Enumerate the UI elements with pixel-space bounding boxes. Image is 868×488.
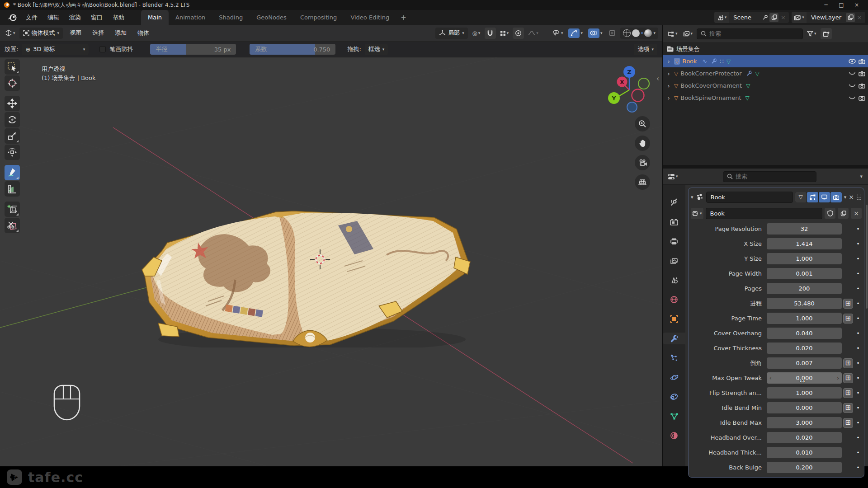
expand-icon[interactable]: ›	[665, 70, 672, 77]
snap-toggle[interactable]	[485, 28, 496, 39]
modifier-drag-handle[interactable]	[856, 193, 862, 201]
outliner-row-collection[interactable]: 场景集合	[663, 43, 868, 55]
outliner-row-bookspineornament[interactable]: › ▽ BookSpineOrnament ▽	[663, 92, 868, 104]
select-box-tool[interactable]	[5, 59, 20, 75]
visibility-eye-closed-icon[interactable]	[849, 83, 856, 89]
measure-tool[interactable]	[5, 181, 20, 197]
options-dropdown[interactable]: 选项 ▾	[634, 44, 657, 55]
tab-world[interactable]	[663, 294, 685, 305]
gizmo-neg-x-axis[interactable]	[632, 89, 644, 102]
keyframe-decorator-icon[interactable]: ⊞	[843, 299, 853, 309]
animate-decorator-icon[interactable]: •	[854, 375, 862, 381]
gizmo-neg-y-axis[interactable]	[638, 78, 649, 89]
outliner-filter-dropdown[interactable]: ▾	[806, 28, 818, 39]
new-scene-copy-icon[interactable]	[769, 13, 778, 22]
shading-wireframe-button[interactable]	[623, 29, 631, 37]
node-group-browse-button[interactable]: ▾	[691, 208, 703, 219]
fake-user-shield-icon[interactable]	[825, 208, 835, 219]
perspective-ortho-button[interactable]	[635, 174, 650, 190]
object-name[interactable]: BookCoverOrnament	[680, 82, 742, 89]
property-value-field[interactable]: 53.480	[767, 298, 842, 309]
tab-shading[interactable]: Shading	[212, 10, 250, 25]
visibility-eye-icon[interactable]	[849, 58, 856, 65]
outliner-display-mode[interactable]: ▾	[666, 28, 679, 39]
proportional-falloff-selector[interactable]: ▾	[527, 28, 540, 39]
scene-browse-button[interactable]: ▾	[714, 12, 729, 23]
property-value-field-hovered[interactable]: ‹ 0.000 › ↔	[767, 372, 842, 384]
stabilize-stroke-checkbox[interactable]	[99, 46, 106, 52]
property-value-field[interactable]: 0.040	[767, 328, 842, 339]
render-camera-icon[interactable]	[858, 95, 865, 101]
properties-search[interactable]	[723, 171, 816, 182]
snap-target-selector[interactable]: ▾	[499, 28, 510, 39]
increment-arrow-icon[interactable]: ›	[837, 375, 839, 381]
menu-render[interactable]: 渲染	[64, 10, 86, 25]
camera-view-button[interactable]	[635, 155, 650, 170]
add-workspace-button[interactable]: +	[396, 10, 411, 25]
animate-decorator-icon[interactable]: •	[854, 420, 862, 426]
new-viewlayer-copy-icon[interactable]	[846, 13, 855, 22]
menu-help[interactable]: 帮助	[108, 10, 129, 25]
modifier-extras-icon[interactable]: ▾	[844, 195, 847, 200]
xray-toggle[interactable]	[606, 28, 618, 39]
shading-solid-button[interactable]	[632, 29, 640, 37]
property-value-field[interactable]: 1.414	[767, 238, 842, 249]
maximize-icon[interactable]: □	[834, 2, 849, 8]
display-cage-toggle[interactable]	[807, 192, 818, 202]
tab-modifiers[interactable]	[663, 333, 685, 344]
outliner-row-bookcornerprotector[interactable]: › ▽ BookCornerProtector ▽	[663, 67, 868, 80]
cursor-target-dropdown[interactable]: ⊕ 3D 游标 ▾	[22, 44, 89, 55]
transform-orientation-selector[interactable]: 局部 ▾	[435, 28, 468, 39]
transform-tool[interactable]	[5, 145, 20, 160]
tab-animation[interactable]: Animation	[169, 10, 212, 25]
proportional-editing-toggle[interactable]	[513, 28, 524, 39]
mode-selector[interactable]: 物体模式 ▾	[19, 28, 63, 39]
property-value-field[interactable]: 0.200	[767, 462, 842, 473]
tab-viewlayer[interactable]	[663, 255, 685, 267]
unlink-node-group-icon[interactable]: ×	[851, 208, 862, 219]
tab-object[interactable]	[663, 313, 685, 325]
display-realtime-toggle[interactable]	[819, 192, 830, 202]
visibility-eye-closed-icon[interactable]	[849, 95, 856, 101]
viewlayer-name[interactable]: ViewLayer	[807, 14, 846, 21]
property-value-field[interactable]: 0.001	[767, 268, 842, 279]
properties-search-input[interactable]	[736, 173, 812, 180]
visibility-dropdown[interactable]: ▾	[551, 28, 565, 39]
render-camera-icon[interactable]	[858, 70, 865, 77]
animate-decorator-icon[interactable]: •	[854, 345, 862, 352]
cut-tool[interactable]	[5, 218, 20, 233]
book-model[interactable]	[140, 207, 475, 347]
modifier-close-icon[interactable]: ×	[849, 193, 854, 201]
render-camera-icon[interactable]	[858, 58, 865, 65]
shading-material-button[interactable]	[641, 32, 643, 34]
outliner-row-book[interactable]: › ▽ Book ∿ ∷ ▽	[663, 55, 868, 67]
keyframe-decorator-icon[interactable]: ⊞	[843, 388, 853, 398]
panel-expand-icon[interactable]: ▾	[691, 195, 693, 200]
tab-geonodes[interactable]: GeoNodes	[250, 10, 293, 25]
panel-divider[interactable]	[663, 165, 868, 169]
tab-compositing[interactable]: Compositing	[293, 10, 344, 25]
tab-video-editing[interactable]: Video Editing	[344, 10, 396, 25]
outliner-search-input[interactable]	[709, 30, 799, 37]
property-value-field[interactable]: 0.007	[767, 357, 842, 369]
menu-edit[interactable]: 编辑	[42, 10, 64, 25]
chevron-down-icon[interactable]: ▾	[860, 174, 864, 179]
property-value-field[interactable]: 32	[767, 223, 842, 235]
properties-editor-type-button[interactable]: ▾	[666, 171, 679, 182]
animate-decorator-icon[interactable]: •	[854, 226, 862, 232]
keyframe-decorator-icon[interactable]: ⊞	[843, 418, 853, 428]
animate-decorator-icon[interactable]: •	[854, 315, 862, 322]
annotate-tool[interactable]	[5, 165, 20, 180]
menu-add[interactable]: 添加	[111, 29, 131, 37]
modifier-name-field[interactable]: Book	[706, 192, 793, 203]
render-camera-icon[interactable]	[858, 83, 865, 89]
pin-icon[interactable]	[760, 13, 769, 22]
pivot-point-selector[interactable]: ◎ ▾	[471, 28, 482, 39]
animate-decorator-icon[interactable]: •	[854, 271, 862, 277]
animate-decorator-icon[interactable]: •	[854, 360, 862, 366]
tab-material[interactable]	[663, 430, 685, 441]
viewport-canvas[interactable]: 用户透视 (1) 场景集合 | Book	[0, 57, 662, 466]
gizmo-y-axis[interactable]: Y	[608, 92, 620, 104]
property-value-field[interactable]: 3.000	[767, 417, 842, 428]
zoom-button[interactable]	[635, 116, 650, 131]
